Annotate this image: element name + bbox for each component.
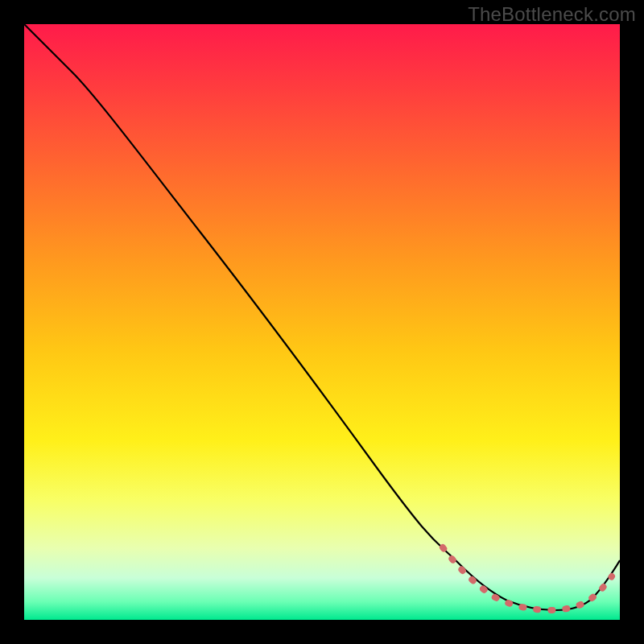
curve-svg <box>24 24 620 620</box>
watermark-text: TheBottleneck.com <box>468 3 636 26</box>
plot-area <box>24 24 620 620</box>
chart-stage: TheBottleneck.com <box>0 0 644 644</box>
highlight-dots <box>443 547 612 610</box>
bottleneck-curve <box>24 24 620 610</box>
